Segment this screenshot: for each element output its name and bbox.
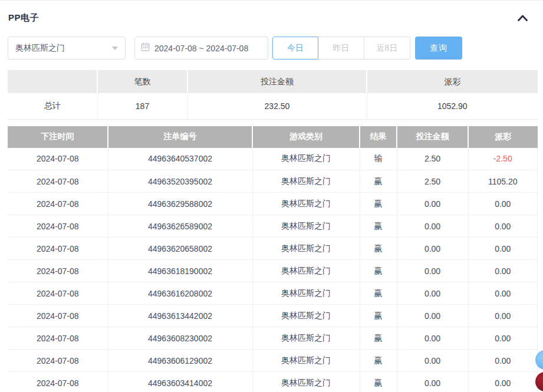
record-cell-amount: 0.00 [397,238,468,260]
table-row: 2024-07-0844963520395002奥林匹斯之门赢2.501105.… [8,170,538,193]
record-cell-result: 赢 [360,193,397,215]
summary-total-payout: 1052.90 [367,93,538,119]
record-cell-result: 输 [360,148,397,170]
record-cell-date: 2024-07-08 [8,148,108,170]
quick-range-button-0[interactable]: 今日 [272,37,318,60]
records-table: 下注时间注单编号游戏类别结果投注金额派彩 2024-07-08449636405… [8,126,538,392]
quick-range-button-2[interactable]: 近8日 [364,37,410,60]
records-header-cell: 投注金额 [397,126,468,148]
records-header-cell: 注单编号 [108,126,252,148]
record-cell-game: 奥林匹斯之门 [252,305,360,327]
page-title: PP电子 [8,12,39,24]
record-cell-game: 奥林匹斯之门 [252,215,360,238]
record-cell-amount: 0.00 [397,282,468,305]
record-cell-result: 赢 [360,170,397,193]
summary-header-blank [8,70,97,93]
record-cell-bet-id: 44963608230002 [108,327,252,350]
record-cell-amount: 0.00 [397,260,468,282]
summary-header-bet-amount: 投注金额 [187,70,367,93]
table-row: 2024-07-0844963616208002奥林匹斯之门赢0.000.00 [8,282,538,305]
record-cell-game: 奥林匹斯之门 [252,238,360,260]
table-row: 2024-07-0844963640537002奥林匹斯之门输2.50-2.50 [8,148,538,170]
record-cell-result: 赢 [360,260,397,282]
record-cell-result: 赢 [360,372,397,392]
records-header-cell: 下注时间 [8,126,108,148]
summary-header-count: 笔数 [97,70,187,93]
record-cell-result: 赢 [360,305,397,327]
record-cell-date: 2024-07-08 [8,170,108,193]
summary-total-row: 总计 187 232.50 1052.90 [8,93,538,119]
record-cell-amount: 0.00 [397,193,468,215]
table-row: 2024-07-0844963608230002奥林匹斯之门赢0.000.00 [8,327,538,350]
table-row: 2024-07-0844963629588002奥林匹斯之门赢0.000.00 [8,193,538,215]
panel-header: PP电子 [8,1,538,24]
table-row: 2024-07-0844963606129002奥林匹斯之门赢0.000.00 [8,350,538,372]
record-cell-result: 赢 [360,350,397,372]
records-body: 2024-07-0844963640537002奥林匹斯之门输2.50-2.50… [8,148,538,392]
record-cell-date: 2024-07-08 [8,282,108,305]
record-cell-payout: 0.00 [468,305,538,327]
record-cell-game: 奥林匹斯之门 [252,193,360,215]
record-cell-bet-id: 44963620658002 [108,238,252,260]
record-cell-date: 2024-07-08 [8,327,108,350]
record-cell-bet-id: 44963520395002 [108,170,252,193]
record-cell-bet-id: 44963618190002 [108,260,252,282]
quick-range-group: 今日昨日近8日 [272,37,410,60]
table-row: 2024-07-0844963613442002奥林匹斯之门赢0.000.00 [8,305,538,327]
record-cell-amount: 0.00 [397,372,468,392]
summary-total-bet-amount: 232.50 [187,93,367,119]
table-row: 2024-07-0844963618190002奥林匹斯之门赢0.000.00 [8,260,538,282]
record-cell-date: 2024-07-08 [8,372,108,392]
record-cell-bet-id: 44963613442002 [108,305,252,327]
record-cell-game: 奥林匹斯之门 [252,372,360,392]
record-cell-game: 奥林匹斯之门 [252,148,360,170]
record-cell-payout: 1105.20 [468,170,538,193]
quick-range-button-1[interactable]: 昨日 [318,37,364,60]
record-cell-amount: 2.50 [397,148,468,170]
record-cell-bet-id: 44963616208002 [108,282,252,305]
record-cell-amount: 0.00 [397,350,468,372]
date-range-picker[interactable]: 2024-07-08 ~ 2024-07-08 [134,37,268,60]
chevron-up-icon [517,15,528,24]
records-header-row: 下注时间注单编号游戏类别结果投注金额派彩 [8,126,538,148]
record-cell-bet-id: 44963606129002 [108,350,252,372]
record-cell-result: 赢 [360,327,397,350]
summary-table: 笔数 投注金额 派彩 总计 187 232.50 1052.90 [8,70,538,120]
filter-toolbar: 奥林匹斯之门 2024-07-08 ~ 2024-07-08 今日昨日近8日 查… [8,37,538,60]
record-cell-payout: 0.00 [468,238,538,260]
record-cell-bet-id: 44963603414002 [108,372,252,392]
record-cell-payout: 0.00 [468,327,538,350]
record-cell-result: 赢 [360,215,397,238]
records-header-cell: 派彩 [468,126,538,148]
record-cell-bet-id: 44963626589002 [108,215,252,238]
records-header-cell: 游戏类别 [252,126,360,148]
record-cell-date: 2024-07-08 [8,238,108,260]
record-cell-amount: 2.50 [397,170,468,193]
record-cell-payout: 0.00 [468,282,538,305]
record-cell-payout: 0.00 [468,193,538,215]
collapse-button[interactable] [516,13,529,23]
record-cell-game: 奥林匹斯之门 [252,282,360,305]
record-cell-bet-id: 44963629588002 [108,193,252,215]
game-select-value: 奥林匹斯之门 [15,43,108,54]
record-cell-game: 奥林匹斯之门 [252,327,360,350]
record-cell-amount: 0.00 [397,327,468,350]
game-select[interactable]: 奥林匹斯之门 [8,37,126,60]
record-cell-date: 2024-07-08 [8,305,108,327]
record-cell-date: 2024-07-08 [8,215,108,238]
table-row: 2024-07-0844963620658002奥林匹斯之门赢0.000.00 [8,238,538,260]
record-cell-date: 2024-07-08 [8,260,108,282]
summary-header-payout: 派彩 [367,70,538,93]
record-cell-game: 奥林匹斯之门 [252,170,360,193]
record-cell-amount: 0.00 [397,215,468,238]
calendar-icon [141,42,150,54]
record-cell-payout: 0.00 [468,215,538,238]
caret-down-icon [112,47,118,50]
query-button[interactable]: 查询 [415,37,462,60]
record-cell-game: 奥林匹斯之门 [252,350,360,372]
summary-total-label: 总计 [8,93,97,119]
record-cell-date: 2024-07-08 [8,193,108,215]
record-cell-payout: 0.00 [468,350,538,372]
record-cell-result: 赢 [360,238,397,260]
table-row: 2024-07-0844963603414002奥林匹斯之门赢0.000.00 [8,372,538,392]
